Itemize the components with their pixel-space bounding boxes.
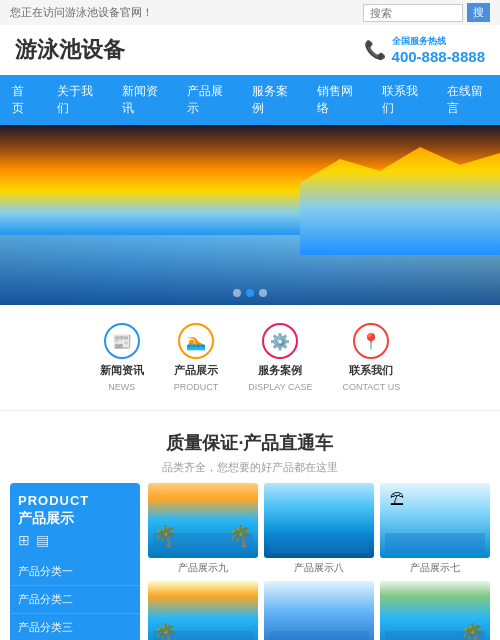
nav-sales[interactable]: 销售网络 [305,75,370,125]
product-thumb-4 [380,581,490,640]
sidebar-item-2[interactable]: 产品分类二 [10,586,140,614]
product-section: PRODUCT 产品展示 ⊞ ▤ 产品分类一 产品分类二 产品分类三 产品分类四… [0,483,500,640]
product-thumb-6 [148,581,258,640]
sidebar-product-cn: 产品展示 [18,510,132,528]
sidebar-item-3[interactable]: 产品分类三 [10,614,140,640]
search-input[interactable] [363,4,463,22]
feature-contact-label: 联系我们 [349,363,393,378]
phone-label: 全国服务热线 [392,35,485,48]
sidebar-menu: 产品分类一 产品分类二 产品分类三 产品分类四 产品分类五 产品分类六 [10,558,140,640]
grid-icon: ⊞ [18,532,30,548]
nav-products[interactable]: 产品展示 [175,75,240,125]
feature-contact-sub: CONTACT US [343,382,401,392]
product-card-5[interactable]: 产品展示五 [264,581,374,640]
feature-cases-sub: DISPLAY CASE [248,382,312,392]
dot-3[interactable] [259,289,267,297]
feature-cases[interactable]: ⚙️ 服务案例 DISPLAY CASE [248,323,312,392]
product-card-9[interactable]: 产品展示九 [148,483,258,575]
product-thumb-8 [264,483,374,558]
sidebar-item-1[interactable]: 产品分类一 [10,558,140,586]
section-main-title: 质量保证·产品直通车 [10,431,490,455]
product-row-2: 产品展示六 产品展示五 产品展示四 [148,581,490,640]
product-card-4[interactable]: 产品展示四 [380,581,490,640]
hero-banner[interactable] [0,125,500,305]
search-area: 搜 [363,3,490,22]
logo: 游泳池设备 [15,35,125,65]
dot-2[interactable] [246,289,254,297]
feature-product-label: 产品展示 [174,363,218,378]
nav-about[interactable]: 关于我们 [45,75,110,125]
search-button[interactable]: 搜 [467,3,490,22]
product-card-7[interactable]: 产品展示七 [380,483,490,575]
section-subtitle: 品类齐全，您想要的好产品都在这里 [10,460,490,475]
sidebar-product-en: PRODUCT [18,493,132,508]
nav-service[interactable]: 服务案例 [240,75,305,125]
product-row-1: 产品展示九 产品展示八 产品展示七 [148,483,490,575]
feature-news-label: 新闻资讯 [100,363,144,378]
phone-number: 400-888-8888 [392,48,485,65]
phone-icon: 📞 [364,39,386,61]
feature-product-sub: PRODUCT [174,382,219,392]
product-name-9: 产品展示九 [148,561,258,575]
product-icon: 🏊 [178,323,214,359]
product-name-7: 产品展示七 [380,561,490,575]
nav-message[interactable]: 在线留言 [435,75,500,125]
carousel-dots [233,289,267,297]
header: 游泳池设备 📞 全国服务热线 400-888-8888 [0,25,500,75]
list-icon: ▤ [36,532,49,548]
feature-cases-label: 服务案例 [258,363,302,378]
nav-news[interactable]: 新闻资讯 [110,75,175,125]
product-thumb-5 [264,581,374,640]
product-name-8: 产品展示八 [264,561,374,575]
product-card-6[interactable]: 产品展示六 [148,581,258,640]
news-icon: 📰 [104,323,140,359]
nav-home[interactable]: 首页 [0,75,45,125]
contact-icon: 📍 [353,323,389,359]
phone-box: 📞 全国服务热线 400-888-8888 [364,35,485,65]
cases-icon: ⚙️ [262,323,298,359]
sidebar-icons: ⊞ ▤ [18,532,132,548]
product-card-8[interactable]: 产品展示八 [264,483,374,575]
feature-contact[interactable]: 📍 联系我们 CONTACT US [343,323,401,392]
sidebar-header: PRODUCT 产品展示 ⊞ ▤ [10,483,140,552]
top-bar: 您正在访问游泳池设备官网！ 搜 [0,0,500,25]
section-title-area: 质量保证·产品直通车 品类齐全，您想要的好产品都在这里 [0,411,500,483]
product-grid: 产品展示九 产品展示八 产品展示七 [148,483,490,640]
navigation: 首页 关于我们 新闻资讯 产品展示 服务案例 销售网络 联系我们 在线留言 [0,75,500,125]
nav-contact[interactable]: 联系我们 [370,75,435,125]
product-thumb-7 [380,483,490,558]
product-thumb-9 [148,483,258,558]
feature-news[interactable]: 📰 新闻资讯 NEWS [100,323,144,392]
dot-1[interactable] [233,289,241,297]
feature-news-sub: NEWS [108,382,135,392]
features-bar: 📰 新闻资讯 NEWS 🏊 产品展示 PRODUCT ⚙️ 服务案例 DISPL… [0,305,500,411]
product-sidebar: PRODUCT 产品展示 ⊞ ▤ 产品分类一 产品分类二 产品分类三 产品分类四… [10,483,140,640]
feature-product[interactable]: 🏊 产品展示 PRODUCT [174,323,219,392]
top-notice: 您正在访问游泳池设备官网！ [10,5,153,20]
